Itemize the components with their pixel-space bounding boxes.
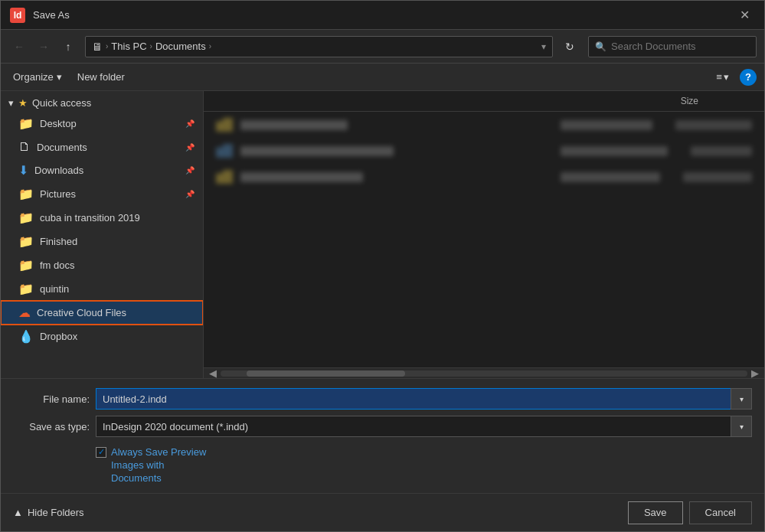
app-icon: Id [10,8,25,23]
savetype-label: Save as type: [13,421,90,432]
pin-icon-docs: 📌 [185,143,195,152]
dialog-title: Save As [33,9,734,21]
savetype-select[interactable]: InDesign 2020 document (*.indd) [96,416,752,437]
bottom-area: File name: ▾ Save as type: InDesign 2020… [1,378,764,493]
back-button[interactable]: ← [8,36,30,57]
up-button[interactable]: ↑ [57,36,79,57]
always-save-preview-label: Always Save Preview [111,446,206,458]
file-row-3 [204,164,764,190]
refresh-button[interactable]: ↻ [559,36,580,57]
scrollbar-thumb [247,370,404,377]
col-header-type [574,96,681,106]
new-folder-button[interactable]: New folder [73,68,129,86]
view-button[interactable]: ≡ ▾ [711,68,734,86]
documents-folder-icon: 🗋 [18,140,31,154]
downloads-icon: ⬇ [18,163,28,178]
file-row-2 [204,138,764,164]
horizontal-scrollbar[interactable]: ◀ ▶ [204,367,764,378]
filename-label: File name: [13,393,90,405]
creative-cloud-icon: ☁ [18,305,31,320]
sidebar-item-documents[interactable]: 🗋 Documents 📌 [1,135,203,158]
filename-input[interactable] [96,388,752,410]
sidebar-item-cuba[interactable]: 📁 cuba in transition 2019 [1,206,203,230]
sidebar-item-dropbox[interactable]: 💧 Dropbox [1,325,203,348]
footer: ▲ Hide Folders Save Cancel [1,493,764,531]
checkbox-sublabels: Images with [96,459,752,471]
toolbar: ← → ↑ 🖥 › This PC › Documents › ▾ ↻ 🔍 [1,30,764,64]
col-header-date [430,96,574,106]
sidebar-item-downloads[interactable]: ⬇ Downloads 📌 [1,158,203,182]
quintin-folder-icon: 📁 [18,282,34,296]
close-button[interactable]: ✕ [734,5,755,26]
quick-access-star-icon: ★ [18,97,28,109]
col-header-size: Size [681,96,752,106]
sidebar-item-quintin[interactable]: 📁 quintin [1,277,203,301]
save-button[interactable]: Save [628,501,683,524]
organize-button[interactable]: Organize ▾ [8,68,67,86]
sidebar-item-desktop[interactable]: 📁 Desktop 📌 [1,112,203,135]
sidebar-item-finished[interactable]: 📁 Finished [1,230,203,253]
scrollbar-track [221,370,747,377]
quick-access-arrow: ▾ [8,97,14,109]
title-bar: Id Save As ✕ [1,1,764,30]
filename-row: File name: ▾ [13,388,752,410]
search-input[interactable] [611,41,750,52]
view-icon: ≡ [716,71,722,83]
finished-folder-icon: 📁 [18,234,34,249]
always-save-preview-checkbox[interactable] [96,447,106,458]
scroll-right-btn[interactable]: ▶ [747,368,763,379]
address-part-thispc: This PC [111,41,146,52]
sidebar-item-pictures[interactable]: 📁 Pictures 📌 [1,182,203,206]
main-content: Size [204,91,764,378]
hide-folders-arrow: ▲ [13,507,23,518]
sidebar-item-fmdocs[interactable]: 📁 fm docs [1,253,203,277]
scroll-left-btn[interactable]: ◀ [205,368,221,379]
col-header-name [216,96,430,106]
checkbox-area: Always Save Preview Images with Document… [13,443,752,487]
cuba-folder-icon: 📁 [18,211,34,225]
search-icon: 🔍 [595,41,606,52]
filename-input-wrapper: ▾ [96,388,752,410]
forward-button[interactable]: → [33,36,54,57]
savetype-wrapper: InDesign 2020 document (*.indd) ▾ [96,416,752,437]
search-box[interactable]: 🔍 [588,36,757,57]
save-as-dialog: Id Save As ✕ ← → ↑ 🖥 › This PC › Documen… [0,0,765,532]
pin-icon: 📌 [185,119,195,128]
checkbox-sublabel2-row: Documents [96,472,752,484]
action-bar: Organize ▾ New folder ≡ ▾ ? [1,64,764,91]
always-save-preview-row: Always Save Preview [96,446,752,458]
images-with-label: Images with [111,459,164,471]
savetype-row: Save as type: InDesign 2020 document (*.… [13,416,752,437]
help-button[interactable]: ? [740,69,757,86]
sidebar-item-creative-cloud[interactable]: ☁ Creative Cloud Files [1,301,203,325]
desktop-folder-icon: 📁 [18,116,34,131]
file-area-header: Size [204,91,764,112]
dropbox-icon: 💧 [18,329,34,344]
pin-icon-downloads: 📌 [185,166,195,175]
fmdocs-folder-icon: 📁 [18,258,34,273]
address-part-documents: Documents [155,41,206,52]
pictures-folder-icon: 📁 [18,187,34,201]
savetype-dropdown-arrow[interactable]: ▾ [731,416,752,437]
pc-icon: 🖥 [92,41,103,53]
cancel-button[interactable]: Cancel [689,501,752,524]
main-area: ▾ ★ Quick access 📁 Desktop 📌 🗋 Documents… [1,91,764,378]
address-bar[interactable]: 🖥 › This PC › Documents › ▾ [85,36,553,57]
hide-folders-button[interactable]: ▲ Hide Folders [13,507,84,518]
documents-label: Documents [111,472,162,484]
filename-dropdown-arrow[interactable]: ▾ [731,388,752,410]
pin-icon-pics: 📌 [185,190,195,198]
address-dropdown-arrow[interactable]: ▾ [541,41,546,52]
hide-folders-label: Hide Folders [28,507,84,518]
file-row-1 [204,112,764,138]
quick-access-header[interactable]: ▾ ★ Quick access [1,91,203,112]
file-area[interactable]: Size [204,91,764,367]
sidebar: ▾ ★ Quick access 📁 Desktop 📌 🗋 Documents… [1,91,204,378]
